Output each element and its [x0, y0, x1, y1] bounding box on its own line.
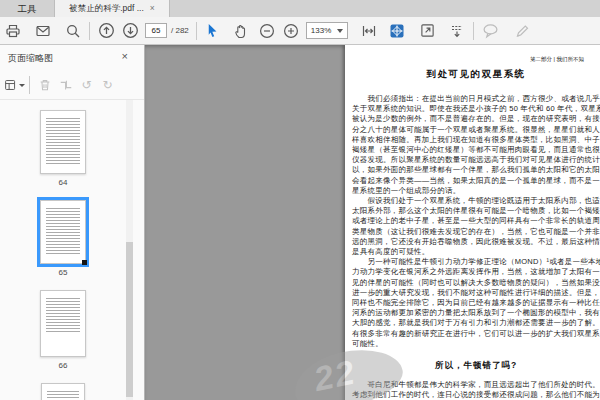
minus-circle-icon — [259, 23, 275, 39]
paragraph-1: 我们必须指出：在提出当前的日月模式之前，西方很少、或者说几乎关于双星系统的知识。… — [352, 94, 600, 196]
arrow-down-circle-icon — [122, 22, 139, 39]
print-icon — [5, 23, 21, 39]
search-button[interactable] — [62, 20, 84, 42]
full-screen-icon — [420, 23, 435, 38]
page-text-line: 是具有高度的可疑性。 — [352, 247, 600, 257]
page-text-line: 会看起来像个异类——当然，如果太阳真的是一个孤单的星球，而不是一 — [352, 176, 600, 186]
page-text-line: 见的伴星的可能性（同时也可以解决大多数暗物质的疑问），当然如果没 — [352, 278, 600, 288]
page-number-input[interactable] — [145, 23, 167, 38]
thumbnail-page[interactable]: 65 — [0, 200, 126, 278]
previous-page-button[interactable] — [95, 20, 117, 42]
zoom-in-button[interactable] — [280, 20, 302, 42]
arrow-up-circle-icon — [98, 22, 115, 39]
panel-divider — [29, 76, 30, 94]
zoom-level-dropdown[interactable]: 133% — [306, 22, 348, 39]
rotate-ccw-button: ↺ — [76, 75, 97, 96]
page-text-line: 以，如果外面的那些星球都有一个伴星，那么我们孤单的太阳和它的太阳 — [352, 165, 600, 175]
thumbnail-page-number: 64 — [59, 178, 68, 188]
next-page-button[interactable] — [119, 20, 141, 42]
select-tool-button[interactable] — [202, 20, 224, 42]
panel-title: 页面缩略图 — [8, 52, 53, 65]
tab-close-icon[interactable]: × — [150, 4, 155, 13]
running-header: 第二部分 | 我们所不知 — [530, 56, 584, 63]
document-viewer[interactable]: 第二部分 | 我们所不知 到处可见的双星系统 我们必须指出：在提出当前的日月模式… — [145, 45, 600, 400]
pen-icon — [514, 23, 530, 39]
toolbar-divider — [473, 22, 474, 40]
document-tab[interactable]: 被禁止的科学.pdf ... × — [54, 0, 170, 17]
fit-width-icon — [361, 23, 377, 39]
search-icon — [65, 23, 81, 39]
sidebar-scrollbar[interactable] — [126, 100, 133, 400]
page-text-line: 分之八十的星体可能属于一个双星或者聚星系统。很显然，星星们就和人 — [352, 125, 600, 135]
tab-bar: 工具 被禁止的科学.pdf ... × — [0, 0, 600, 18]
rotate-ccw-icon: ↺ — [81, 79, 91, 91]
thumbnail-image[interactable] — [40, 200, 86, 264]
thumbnails-panel: 页面缩略图 × ↺ ↻ 64 — [0, 45, 145, 400]
print-button[interactable] — [2, 20, 24, 42]
page-text-line: 样喜欢相伴相随。再加上我们现在知道有很多星体类型，比如黑洞、中子 — [352, 135, 600, 145]
email-icon — [35, 23, 51, 39]
panel-header: 页面缩略图 × — [0, 45, 144, 71]
single-page-view-icon — [389, 23, 405, 39]
main-toolbar: / 282 133% — [0, 17, 600, 45]
page-text-line: 褐矮星（甚至银河中心的红矮星）等都不可能用肉眼看见，而且通常也很 — [352, 145, 600, 155]
panel-close-icon[interactable]: × — [122, 50, 128, 62]
rotate-cw-button: ↻ — [97, 75, 118, 96]
zoom-level-value: 133% — [311, 26, 331, 35]
page-text-line: 关于双星系统的知识。即使在我还是小孩子的 50 年代和 60 年代，双星系 — [352, 104, 600, 114]
page-text-line: 类星物质（这让我们很难去发现它的存在），当然，它也可能是一个并非 — [352, 227, 600, 237]
chevron-down-icon — [337, 29, 343, 33]
rotate-cw-icon: ↻ — [102, 79, 112, 91]
page-total-label: / 282 — [171, 26, 189, 35]
delete-page-button — [34, 75, 55, 96]
page-text-line: 另一种可能性是牛顿引力动力学修正理论（MOND）¹或者是一些本地 — [352, 257, 600, 267]
page-text-line: 太阳系外部，那么这个太阳的伴星很有可能是一个暗物质，比如一个褐矮 — [352, 206, 600, 216]
continuous-scroll-icon — [449, 23, 465, 39]
paragraph-2: 假设我们处于一个双星系统，牛顿的理论既适用于太阳系内部，也适太阳系外部，那么这个… — [352, 196, 600, 257]
page-text-line: 同样也不能完全排除它，因为目前已经有越来越多的证据显示有一种比任 — [352, 298, 600, 308]
thumbnail-image[interactable] — [40, 110, 86, 174]
comment-button — [479, 20, 501, 42]
page-text-line: 进一步的重大研究发现，我们不能对这种可能性进行详细的描述。但是， — [352, 288, 600, 298]
plus-circle-icon — [283, 23, 299, 39]
thumbnail-image[interactable] — [41, 383, 85, 400]
page-text-line: 被认为是少数的例外，而不是普遍存在的。但是，现在的研究表明，有接 — [352, 114, 600, 124]
options-grid-icon — [4, 78, 17, 92]
panel-toolbar: ↺ ↻ — [0, 71, 144, 100]
email-button[interactable] — [32, 20, 54, 42]
page-title: 到处可见的双星系统 — [352, 68, 600, 81]
page-text-line: 力动力学变化在银河系之外远距离发挥作用，当然，这就增加了太阳有一 — [352, 267, 600, 277]
full-screen-button[interactable] — [416, 20, 438, 42]
zoom-out-button[interactable] — [256, 20, 278, 42]
thumbnail-page-number: 66 — [59, 361, 68, 371]
page-text-line: 仪器发现。所以聚星系统的数量可能远远高于我们对可见星体进行的统计 — [352, 155, 600, 165]
cursor-arrow-icon — [205, 23, 220, 38]
scrollbar-thumb[interactable] — [126, 242, 133, 397]
thumbnail-options-button[interactable] — [4, 75, 25, 96]
crop-pages-icon — [59, 78, 73, 92]
single-page-view-button[interactable] — [386, 20, 408, 42]
annotate-pen-button — [511, 20, 533, 42]
toolbar-divider — [196, 22, 197, 40]
comment-bubble-icon — [482, 22, 499, 39]
page-text-line: 或者理论上的老中子星，甚至是一些大型的同样具有一个非常长的轨道周 — [352, 216, 600, 226]
thumbnail-page[interactable]: 67 — [0, 383, 126, 400]
hand-icon — [233, 23, 249, 39]
page-text-line: 假设我们处于一个双星系统，牛顿的理论既适用于太阳系内部，也适 — [352, 196, 600, 206]
page-text-line: 远的黑洞，它还没有开始吞噬物质，因此很难被发现。不过，最后这种情 — [352, 237, 600, 247]
page-text-line: 星系统里的一个组成部分的话。 — [352, 186, 600, 196]
watermark-stamp: 22 — [287, 332, 414, 400]
fit-width-button[interactable] — [358, 20, 380, 42]
crop-pages-button — [55, 75, 76, 96]
page-text-line: 我们必须指出：在提出当前的日月模式之前，西方很少、或者说几乎 — [352, 94, 600, 104]
thumbnail-page[interactable]: 66 — [0, 290, 126, 371]
page-text-line: 大胆的感觉，那就是我们对于万有引力和引力潮都还需要进一步的了解。 — [352, 318, 600, 328]
thumbnail-list: 64 65 66 67 — [0, 100, 126, 400]
tools-tab[interactable]: 工具 — [0, 0, 54, 17]
toolbar-divider — [89, 22, 90, 40]
thumbnail-image[interactable] — [40, 290, 86, 357]
thumbnail-page[interactable]: 64 — [0, 110, 126, 188]
scrolling-mode-button[interactable] — [446, 20, 468, 42]
hand-tool-button[interactable] — [230, 20, 252, 42]
chevron-down-icon — [19, 84, 25, 87]
